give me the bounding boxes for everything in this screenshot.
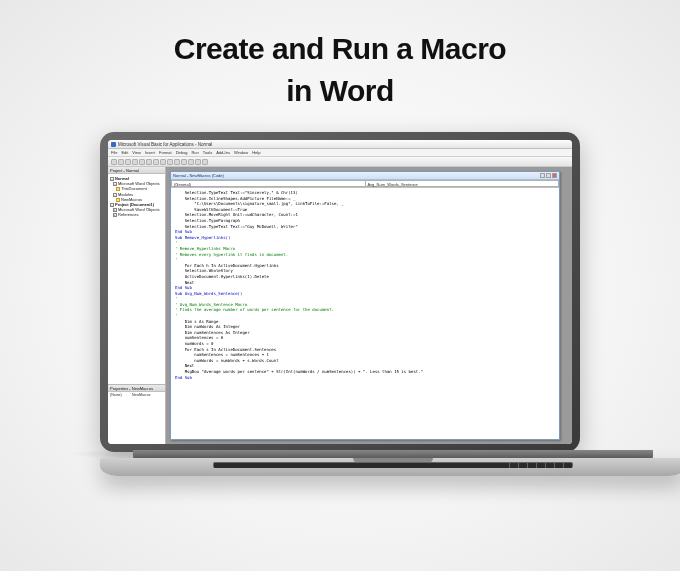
- minimize-button[interactable]: [540, 173, 545, 178]
- tree-references[interactable]: References: [118, 212, 138, 217]
- toolbar-button[interactable]: [188, 159, 194, 165]
- prop-name-value[interactable]: NewMacros: [132, 393, 150, 397]
- menu-tools[interactable]: Tools: [203, 150, 212, 155]
- menu-run[interactable]: Run: [191, 150, 198, 155]
- toolbar-button[interactable]: [118, 159, 124, 165]
- toolbar-button[interactable]: [125, 159, 131, 165]
- laptop-screen: Microsoft Visual Basic for Applications …: [108, 140, 572, 444]
- project-tree[interactable]: -Normal -Microsoft Word Objects ThisDocu…: [108, 174, 165, 384]
- properties-header: Properties - NewMacros: [108, 385, 165, 392]
- toolbar-button[interactable]: [111, 159, 117, 165]
- toolbar-button[interactable]: [146, 159, 152, 165]
- code-window: Normal - NewMacros (Code) (General) Avg_…: [170, 171, 560, 440]
- procedure-dropdown[interactable]: Avg_Num_Words_Sentence: [366, 180, 560, 187]
- toolbar[interactable]: [108, 157, 572, 167]
- toolbar-button[interactable]: [139, 159, 145, 165]
- toolbar-button[interactable]: [181, 159, 187, 165]
- toolbar-button[interactable]: [167, 159, 173, 165]
- menu-add-ins[interactable]: Add-Ins: [216, 150, 230, 155]
- close-button[interactable]: [552, 173, 557, 178]
- headline-line2: in Word: [0, 70, 680, 112]
- toolbar-button[interactable]: [174, 159, 180, 165]
- main-area: Project - Normal -Normal -Microsoft Word…: [108, 167, 572, 444]
- project-explorer-header: Project - Normal: [108, 167, 165, 174]
- laptop-keyboard: [213, 462, 573, 468]
- toolbar-button[interactable]: [202, 159, 208, 165]
- code-editor[interactable]: Selection.TypeText Text:="Sincerely," & …: [171, 188, 559, 439]
- prop-name-label: (Name): [110, 393, 132, 397]
- laptop-illustration: Microsoft Visual Basic for Applications …: [100, 132, 580, 474]
- toolbar-button[interactable]: [160, 159, 166, 165]
- headline-line1: Create and Run a Macro: [0, 28, 680, 70]
- laptop-base: [100, 450, 680, 474]
- code-window-titlebar[interactable]: Normal - NewMacros (Code): [171, 172, 559, 180]
- window-title: Microsoft Visual Basic for Applications …: [118, 142, 212, 147]
- headline: Create and Run a Macro in Word: [0, 0, 680, 112]
- object-dropdown[interactable]: (General): [171, 180, 366, 187]
- maximize-button[interactable]: [546, 173, 551, 178]
- menu-file[interactable]: File: [111, 150, 117, 155]
- properties-pane: Properties - NewMacros (Name) NewMacros: [108, 384, 165, 444]
- toolbar-button[interactable]: [153, 159, 159, 165]
- menu-view[interactable]: View: [132, 150, 141, 155]
- laptop-screen-frame: Microsoft Visual Basic for Applications …: [100, 132, 580, 452]
- menubar[interactable]: FileEditViewInsertFormatDebugRunToolsAdd…: [108, 149, 572, 157]
- toolbar-button[interactable]: [132, 159, 138, 165]
- menu-debug[interactable]: Debug: [176, 150, 188, 155]
- toolbar-button[interactable]: [195, 159, 201, 165]
- menu-window[interactable]: Window: [234, 150, 248, 155]
- mdi-area: Normal - NewMacros (Code) (General) Avg_…: [166, 167, 572, 444]
- menu-edit[interactable]: Edit: [121, 150, 128, 155]
- properties-grid[interactable]: (Name) NewMacros: [108, 392, 165, 398]
- laptop-deck: [100, 458, 680, 476]
- menu-format[interactable]: Format: [159, 150, 172, 155]
- code-window-title: Normal - NewMacros (Code): [173, 173, 540, 178]
- app-icon: [111, 142, 116, 147]
- menu-insert[interactable]: Insert: [145, 150, 155, 155]
- menu-help[interactable]: Help: [252, 150, 260, 155]
- window-titlebar[interactable]: Microsoft Visual Basic for Applications …: [108, 140, 572, 149]
- vba-editor-window: Microsoft Visual Basic for Applications …: [108, 140, 572, 444]
- side-pane: Project - Normal -Normal -Microsoft Word…: [108, 167, 166, 444]
- code-dropdowns: (General) Avg_Num_Words_Sentence: [171, 180, 559, 188]
